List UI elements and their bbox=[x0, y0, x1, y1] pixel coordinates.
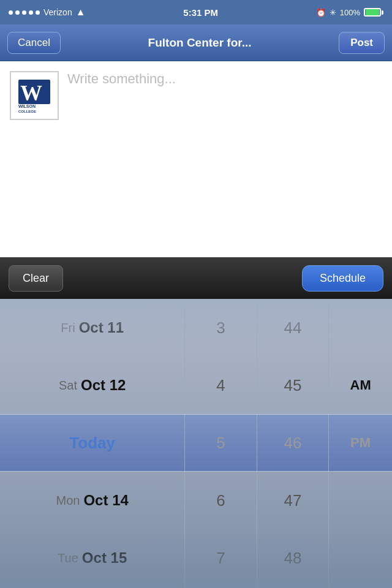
picker-min-row-1[interactable]: 44 bbox=[257, 299, 328, 356]
picker-hour-row-3-selected[interactable]: 5 bbox=[185, 414, 256, 472]
bluetooth-icon: ✳ bbox=[330, 8, 336, 17]
picker-hour-column[interactable]: 3 4 5 6 7 bbox=[185, 299, 257, 588]
toolbar: Clear Schedule bbox=[0, 257, 392, 299]
wifi-icon: ▲ bbox=[76, 7, 86, 18]
picker-min-row-2[interactable]: 45 bbox=[257, 356, 328, 414]
svg-text:W: W bbox=[20, 81, 42, 105]
logo-svg: 1869 W WILSON COLLEGE bbox=[16, 77, 53, 114]
picker-hour-row-4[interactable]: 6 bbox=[185, 472, 256, 529]
picker-ampm-row-5[interactable] bbox=[329, 529, 392, 587]
picker-ampm-column[interactable]: AM PM bbox=[329, 299, 392, 588]
status-left: Verizon ▲ bbox=[9, 7, 86, 18]
status-right: ⏰ ✳ 100% bbox=[316, 8, 383, 17]
picker-date-row-1[interactable]: Fri Oct 11 bbox=[0, 299, 184, 356]
write-placeholder: Write something... bbox=[67, 71, 176, 86]
picker-hour-row-5[interactable]: 7 bbox=[185, 529, 256, 587]
page-title: Fulton Center for... bbox=[61, 36, 339, 50]
svg-text:COLLEGE: COLLEGE bbox=[18, 110, 36, 113]
write-input[interactable]: Write something... bbox=[67, 71, 176, 87]
post-button[interactable]: Post bbox=[339, 32, 385, 54]
content-area: 1869 W WILSON COLLEGE Write something... bbox=[0, 61, 392, 257]
picker-min-row-3-selected[interactable]: 46 bbox=[257, 414, 328, 472]
cancel-button[interactable]: Cancel bbox=[7, 32, 61, 54]
signal-dots bbox=[9, 10, 40, 15]
status-bar: Verizon ▲ 5:31 PM ⏰ ✳ 100% bbox=[0, 0, 392, 24]
picker-date-row-3-selected[interactable]: Today bbox=[0, 414, 184, 472]
battery-percentage: 100% bbox=[340, 8, 360, 17]
clear-button[interactable]: Clear bbox=[9, 265, 63, 292]
picker-date-row-2[interactable]: Sat Oct 12 bbox=[0, 356, 184, 414]
picker-date-row-5[interactable]: Tue Oct 15 bbox=[0, 529, 184, 587]
logo: 1869 W WILSON COLLEGE bbox=[10, 71, 59, 120]
picker-ampm-row-3-selected[interactable]: PM bbox=[329, 414, 392, 472]
picker-min-row-5[interactable]: 48 bbox=[257, 529, 328, 587]
svg-text:WILSON: WILSON bbox=[18, 104, 36, 108]
battery-icon bbox=[364, 8, 381, 17]
picker-ampm-row-1[interactable] bbox=[329, 299, 392, 356]
picker-columns: Fri Oct 11 Sat Oct 12 Today Mon Oct 14 T… bbox=[0, 299, 392, 588]
picker-hour-row-1[interactable]: 3 bbox=[185, 299, 256, 356]
nav-bar: Cancel Fulton Center for... Post bbox=[0, 24, 392, 61]
alarm-icon: ⏰ bbox=[316, 8, 326, 17]
picker-ampm-row-2[interactable]: AM bbox=[329, 356, 392, 414]
picker-date-column[interactable]: Fri Oct 11 Sat Oct 12 Today Mon Oct 14 T… bbox=[0, 299, 185, 588]
carrier-label: Verizon bbox=[43, 7, 72, 17]
picker-hour-row-2[interactable]: 4 bbox=[185, 356, 256, 414]
schedule-button[interactable]: Schedule bbox=[302, 265, 383, 292]
picker-date-row-4[interactable]: Mon Oct 14 bbox=[0, 472, 184, 529]
picker-min-row-4[interactable]: 47 bbox=[257, 472, 328, 529]
status-time: 5:31 PM bbox=[183, 7, 218, 18]
date-picker[interactable]: Fri Oct 11 Sat Oct 12 Today Mon Oct 14 T… bbox=[0, 299, 392, 588]
picker-minute-column[interactable]: 44 45 46 47 48 bbox=[257, 299, 329, 588]
picker-ampm-row-4[interactable] bbox=[329, 472, 392, 529]
